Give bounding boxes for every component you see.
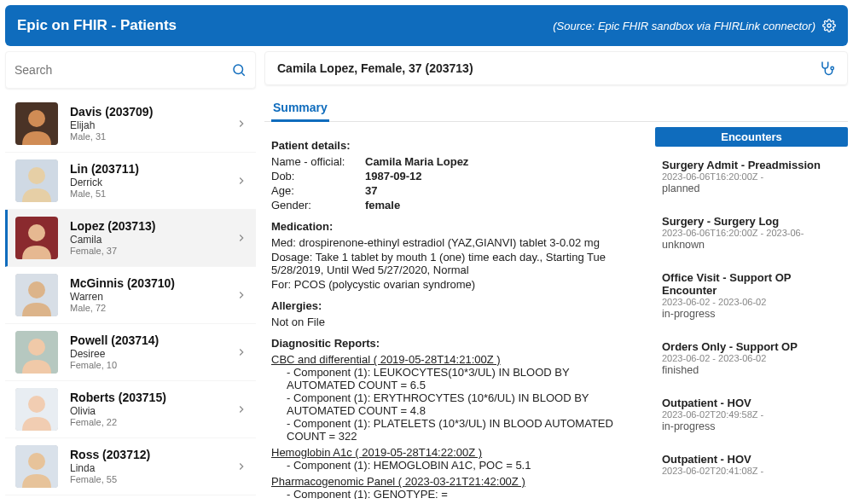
age-label: Age: [271,184,365,197]
report-link[interactable]: CBC and differential ( 2019-05-28T14:21:… [271,353,640,366]
encounters-list[interactable]: Surgery Admit - Preadmission2023-06-06T1… [655,147,848,499]
svg-point-16 [28,453,45,470]
patient-first: Desiree [70,348,235,360]
report-component: - Component (1): LEUKOCYTES(10*3/UL) IN … [287,366,640,391]
patient-titlebar: Camila Lopez, Female, 37 (203713) [264,51,848,85]
patient-item-ross[interactable]: Ross (203712)LindaFemale, 55 [5,438,256,495]
svg-point-8 [28,224,45,241]
encounter-status: unknown [662,239,844,251]
allergies-value: Not on File [271,316,640,328]
avatar [15,388,58,431]
patient-item-davis[interactable]: Davis (203709)ElijahMale, 31 [5,96,256,153]
svg-point-6 [28,167,45,184]
search-input[interactable] [15,63,231,77]
patient-first: Linda [70,462,235,474]
svg-point-12 [28,339,45,356]
reports-heading: Diagnositic Reports: [271,337,640,350]
patient-meta: Female, 10 [70,360,235,371]
app-title: Epic on FHIR - Patients [17,17,553,34]
age-value: 37 [365,184,377,197]
patient-name: Powell (203714) [70,333,235,348]
svg-point-17 [831,67,833,69]
patient-meta: Female, 55 [70,474,235,485]
chevron-right-icon [235,346,247,358]
encounter-dates: 2023-06-06T16:20:00Z - [662,171,844,182]
svg-point-14 [28,396,45,413]
patient-name: Roberts (203715) [70,391,235,405]
encounters-header: Encounters [655,127,848,147]
allergies-heading: Allergies: [271,299,640,312]
report-link[interactable]: Pharmacogenomic Panel ( 2023-03-21T21:42… [271,475,640,488]
svg-point-1 [234,65,243,74]
patient-meta: Female, 22 [70,417,235,428]
patient-title: Camila Lopez, Female, 37 (203713) [277,61,818,75]
patient-first: Warren [70,291,235,303]
patient-item-lin[interactable]: Lin (203711)DerrickMale, 51 [5,153,256,210]
encounter-status: in-progress [662,308,844,320]
patient-name: Lopez (203713) [70,219,235,234]
patient-item-lopez[interactable]: Lopez (203713)CamilaFemale, 37 [5,210,256,267]
report-component: - Component (1): GENOTYPE: = [287,488,640,499]
patient-meta: Male, 31 [70,131,235,142]
search-box[interactable] [5,51,256,89]
gender-value: female [365,199,400,211]
report-component: - Component (1): ERYTHROCYTES (10*6/UL) … [287,391,640,417]
patient-first: Olivia [70,405,235,417]
encounter-dates: 2023-06-02T20:41:08Z - [662,466,844,476]
patient-meta: Male, 51 [70,188,235,200]
encounter-title: Orders Only - Support OP [662,340,844,353]
svg-point-10 [28,281,45,298]
chevron-right-icon [235,175,247,187]
avatar [15,331,58,374]
patient-first: Elijah [70,119,235,131]
chevron-right-icon [235,232,247,244]
patient-item-powell[interactable]: Powell (203714)DesireeFemale, 10 [5,324,256,381]
patient-item-roberts[interactable]: Roberts (203715)OliviaFemale, 22 [5,381,256,438]
name-value: Camila Maria Lopez [365,155,468,168]
app-header: Epic on FHIR - Patients (Source: Epic FH… [5,5,848,46]
medication-for: For: PCOS (polycystic ovarian syndrome) [271,278,640,291]
encounter-item[interactable]: Outpatient - HOV2023-06-02T20:49:58Z -in… [659,388,848,444]
gear-icon[interactable] [822,19,836,32]
encounter-item[interactable]: Orders Only - Support OP2023-06-02 - 202… [659,332,848,388]
svg-point-4 [28,110,45,127]
encounter-status: in-progress [662,420,844,432]
encounter-dates: 2023-06-02T20:49:58Z - [662,409,844,420]
report-component: - Component (1): PLATELETS (10*3/UL) IN … [287,417,640,443]
medication-dosage: Dosage: Take 1 tablet by mouth 1 (one) t… [271,251,640,276]
avatar [15,159,58,202]
avatar [15,274,58,316]
encounter-status: planned [662,182,844,194]
patient-name: McGinnis (203710) [70,276,235,291]
patient-first: Camila [70,234,235,246]
dob-value: 1987-09-12 [365,170,422,182]
patient-item-mcginnis[interactable]: McGinnis (203710)WarrenMale, 72 [5,267,256,324]
gender-label: Gender: [271,199,365,211]
encounter-title: Surgery - Surgery Log [662,215,844,228]
medication-med: Med: drospirenone-ethinyl estradiol (YAZ… [271,236,640,249]
avatar [15,217,58,259]
chevron-right-icon [235,289,247,301]
chevron-right-icon [235,461,247,472]
patient-name: Davis (203709) [70,105,235,119]
encounter-item[interactable]: Surgery - Surgery Log2023-06-06T16:20:00… [659,206,848,263]
report-link[interactable]: Hemoglobin A1c ( 2019-05-28T14:22:00Z ) [271,446,640,459]
encounter-title: Outpatient - HOV [662,453,844,466]
svg-point-0 [827,24,831,27]
encounter-dates: 2023-06-06T16:20:00Z - 2023-06- [662,228,844,238]
patient-list[interactable]: Davis (203709)ElijahMale, 31Lin (203711)… [5,96,256,499]
stethoscope-icon[interactable] [818,60,835,77]
encounter-title: Office Visit - Support OP Encounter [662,271,844,297]
medication-heading: Medication: [271,220,640,233]
tabs: Summary [264,97,848,122]
encounter-item[interactable]: Surgery Admit - Preadmission2023-06-06T1… [659,150,848,206]
encounter-item[interactable]: Office Visit - Support OP Encounter2023-… [659,263,848,332]
encounter-dates: 2023-06-02 - 2023-06-02 [662,297,844,307]
summary-pane[interactable]: Patient details: Name - official:Camila … [264,127,647,499]
report-component: - Component (1): HEMOGLOBIN A1C, POC = 5… [287,459,640,472]
patient-details-heading: Patient details: [271,139,640,152]
search-icon[interactable] [231,62,247,78]
encounter-item[interactable]: Outpatient - HOV2023-06-02T20:41:08Z - [659,444,848,489]
chevron-right-icon [235,403,247,415]
tab-summary[interactable]: Summary [271,97,329,122]
